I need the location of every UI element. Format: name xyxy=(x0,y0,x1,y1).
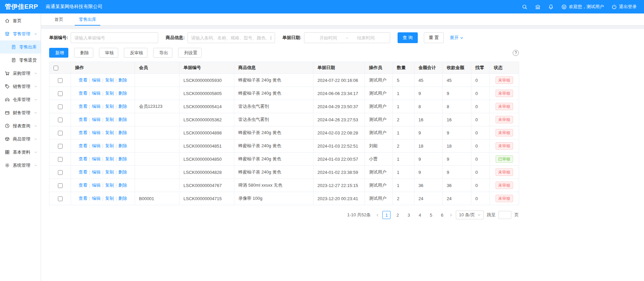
row-action-edit[interactable]: 编辑 xyxy=(92,104,101,109)
action-separator: | xyxy=(102,196,103,201)
row-checkbox[interactable] xyxy=(58,183,63,188)
bill-no-cell: LSCK00000004851 xyxy=(179,139,234,153)
row-action-delete[interactable]: 删除 xyxy=(118,117,127,122)
row-action-edit[interactable]: 编辑 xyxy=(92,169,101,175)
bill-no-input[interactable] xyxy=(71,32,158,43)
expand-filters-link[interactable]: 展开 xyxy=(450,35,464,41)
row-checkbox[interactable] xyxy=(58,196,63,201)
row-action-copy[interactable]: 复制 xyxy=(105,104,114,109)
sidebar-item-retail-outbound[interactable]: 零售出库 xyxy=(0,40,41,54)
reset-button[interactable]: 重 置 xyxy=(424,32,444,43)
row-checkbox[interactable] xyxy=(58,131,63,135)
page-size-select[interactable]: 10 条/页 xyxy=(456,211,484,219)
sidebar-item-retail-return[interactable]: 零售退货 xyxy=(0,54,41,67)
row-action-copy[interactable]: 复制 xyxy=(105,183,114,188)
sidebar-group-goods[interactable]: 商品管理 xyxy=(0,132,41,146)
status-badge: 未审核 xyxy=(496,182,513,189)
add-button[interactable]: 新增 xyxy=(49,48,68,58)
row-action-view[interactable]: 查看 xyxy=(78,91,87,96)
row-action-copy[interactable]: 复制 xyxy=(105,91,114,96)
row-action-delete[interactable]: 删除 xyxy=(118,156,127,161)
row-action-delete[interactable]: 删除 xyxy=(118,169,127,175)
sidebar-group-reports[interactable]: 报表查询 xyxy=(0,119,41,132)
row-action-view[interactable]: 查看 xyxy=(78,77,87,83)
row-checkbox[interactable] xyxy=(58,118,63,122)
date-start-input[interactable] xyxy=(312,35,344,40)
row-action-view[interactable]: 查看 xyxy=(78,183,87,188)
jump-page-input[interactable] xyxy=(499,211,511,219)
page-button-4[interactable]: 4 xyxy=(416,211,424,219)
row-action-view[interactable]: 查看 xyxy=(78,130,87,135)
sidebar-group-sales[interactable]: 销售管理 xyxy=(0,80,41,93)
row-action-copy[interactable]: 复制 xyxy=(105,196,114,201)
row-action-copy[interactable]: 复制 xyxy=(105,117,114,122)
row-checkbox[interactable] xyxy=(58,78,63,83)
prev-page-icon[interactable] xyxy=(376,213,379,217)
sidebar-group-warehouse[interactable]: 仓库管理 xyxy=(0,93,41,106)
row-action-delete[interactable]: 删除 xyxy=(118,77,127,83)
sidebar-group-purchase[interactable]: 采购管理 xyxy=(0,67,41,80)
row-checkbox[interactable] xyxy=(58,144,63,149)
delete-button[interactable]: 删除 xyxy=(74,48,93,58)
row-action-view[interactable]: 查看 xyxy=(78,143,87,148)
row-checkbox[interactable] xyxy=(58,157,63,162)
building-icon[interactable] xyxy=(535,4,541,10)
row-action-edit[interactable]: 编辑 xyxy=(92,117,101,122)
row-action-view[interactable]: 查看 xyxy=(78,169,87,175)
unaudit-button[interactable]: 反审核 xyxy=(124,48,147,58)
tab-home[interactable]: 首页 xyxy=(50,13,67,25)
row-action-copy[interactable]: 复制 xyxy=(105,77,114,83)
help-icon[interactable]: ? xyxy=(513,50,519,56)
sidebar-group-retail[interactable]: 零售管理 xyxy=(0,27,41,40)
row-action-edit[interactable]: 编辑 xyxy=(92,91,101,96)
row-action-delete[interactable]: 删除 xyxy=(118,196,127,201)
next-page-icon[interactable] xyxy=(449,213,453,217)
audit-button[interactable]: 审核 xyxy=(99,48,118,58)
page-button-1[interactable]: 1 xyxy=(382,211,391,219)
row-action-view[interactable]: 查看 xyxy=(78,104,87,109)
welcome-user[interactable]: 欢迎您，测试用户 xyxy=(561,4,604,10)
row-checkbox[interactable] xyxy=(58,170,63,175)
bell-icon[interactable] xyxy=(548,4,554,10)
select-all-checkbox[interactable] xyxy=(54,66,58,70)
row-action-delete[interactable]: 删除 xyxy=(118,91,127,96)
sidebar-group-system[interactable]: 系统管理 xyxy=(0,159,41,172)
sidebar-group-finance[interactable]: 财务管理 xyxy=(0,106,41,119)
row-action-edit[interactable]: 编辑 xyxy=(92,196,101,201)
row-action-delete[interactable]: 删除 xyxy=(118,183,127,188)
sidebar-item-home[interactable]: 首页 xyxy=(0,14,41,27)
row-action-edit[interactable]: 编辑 xyxy=(92,130,101,135)
power-icon xyxy=(611,4,617,10)
column-settings-button[interactable]: 列设置 xyxy=(178,48,202,58)
row-action-edit[interactable]: 编辑 xyxy=(92,183,101,188)
row-action-copy[interactable]: 复制 xyxy=(105,169,114,175)
export-button[interactable]: 导出 xyxy=(153,48,172,58)
search-button[interactable]: 查 询 xyxy=(398,32,418,43)
row-action-view[interactable]: 查看 xyxy=(78,117,87,122)
row-action-view[interactable]: 查看 xyxy=(78,196,87,201)
row-action-delete[interactable]: 删除 xyxy=(118,143,127,148)
row-action-edit[interactable]: 编辑 xyxy=(92,156,101,161)
search-icon[interactable] xyxy=(522,4,528,10)
row-action-copy[interactable]: 复制 xyxy=(105,130,114,135)
row-action-view[interactable]: 查看 xyxy=(78,156,87,161)
date-end-input[interactable] xyxy=(350,35,382,40)
page-button-3[interactable]: 3 xyxy=(405,211,413,219)
page-button-6[interactable]: 6 xyxy=(438,211,446,219)
logout-button[interactable]: 退出登录 xyxy=(611,4,637,10)
sidebar-group-basic-data[interactable]: 基本资料 xyxy=(0,146,41,159)
date-range-picker[interactable]: ~ xyxy=(304,32,390,43)
page-button-2[interactable]: 2 xyxy=(394,211,402,219)
page-button-5[interactable]: 5 xyxy=(427,211,435,219)
row-checkbox[interactable] xyxy=(58,91,63,96)
row-action-copy[interactable]: 复制 xyxy=(105,143,114,148)
row-action-copy[interactable]: 复制 xyxy=(105,156,114,161)
row-action-edit[interactable]: 编辑 xyxy=(92,77,101,83)
row-checkbox[interactable] xyxy=(58,104,63,109)
row-action-delete[interactable]: 删除 xyxy=(118,130,127,135)
tab-retail-outbound[interactable]: 零售出库 xyxy=(75,13,100,25)
row-action-edit[interactable]: 编辑 xyxy=(92,143,101,148)
product-input[interactable] xyxy=(188,32,275,43)
row-action-delete[interactable]: 删除 xyxy=(118,104,127,109)
sidebar-item-label: 零售出库 xyxy=(19,44,37,50)
